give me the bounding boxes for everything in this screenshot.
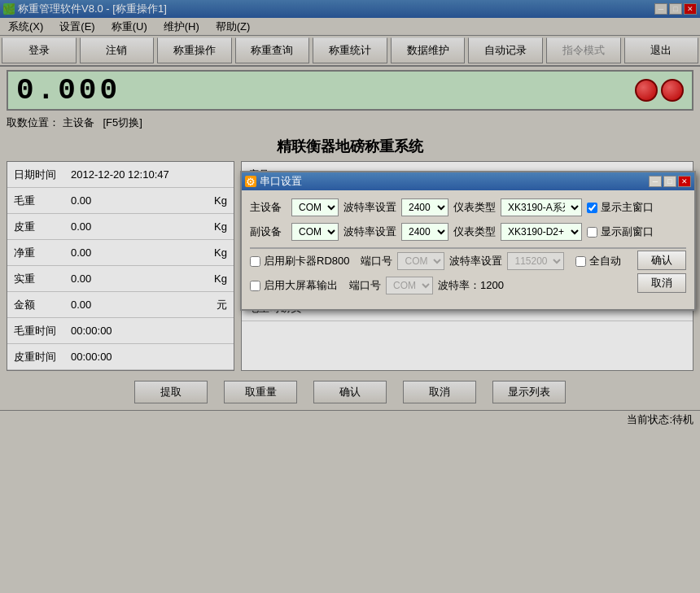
sub-device-row: 副设备 COM2COM1COM3COM4 波特率设置 2400120048009… (250, 223, 686, 241)
dialog-content: 主设备 COM1 COM2COM3COM4 波特率设置 240012004800… (242, 190, 694, 309)
sub-meter-select[interactable]: XK3190-D2+XK3190-A系列 (501, 223, 582, 241)
sub-meter-label: 仪表类型 (453, 225, 496, 239)
sub-com-select[interactable]: COM2COM1COM3COM4 (291, 223, 339, 241)
card-reader-baud-select[interactable]: 115200 (507, 252, 564, 270)
main-baud-label: 波特率设置 (343, 200, 396, 215)
big-screen-checkbox[interactable] (250, 281, 260, 291)
dialog-overlay: ⚙ 串口设置 ─ □ ✕ 主设备 COM1 COM2COM3COM4 波特率设置… (0, 0, 700, 593)
dialog-icon: ⚙ (245, 176, 256, 187)
auto-checkbox[interactable] (575, 256, 586, 267)
dialog-cancel-button[interactable]: 取消 (637, 273, 686, 293)
sub-baud-select[interactable]: 2400120048009600 (401, 223, 448, 241)
show-sub-window-label: 显示副窗口 (587, 225, 654, 239)
dialog-title-text: 串口设置 (260, 174, 302, 189)
big-screen-label: 启用大屏幕输出 (250, 278, 338, 293)
show-main-window-checkbox[interactable] (587, 203, 597, 213)
main-device-row: 主设备 COM1 COM2COM3COM4 波特率设置 240012004800… (250, 198, 686, 216)
dialog-minimize-button[interactable]: ─ (649, 176, 662, 187)
show-main-window-label: 显示主窗口 (587, 200, 654, 215)
card-reader-row: 启用刷卡器RD800 端口号 COM3 波特率设置 115200 全自动 确认 … (250, 252, 686, 270)
main-com-select[interactable]: COM1 COM2COM3COM4 (291, 198, 339, 216)
big-screen-port-label: 端口号 (349, 278, 381, 293)
auto-label: 全自动 (575, 254, 621, 268)
dialog-close-button[interactable]: ✕ (678, 176, 691, 187)
sub-dev-label: 副设备 (250, 225, 287, 239)
card-port-label: 端口号 (361, 254, 392, 268)
main-meter-select[interactable]: XK3190-A系列XK3190-D2+ (501, 198, 582, 216)
main-baud-select[interactable]: 2400120048009600 (401, 198, 448, 216)
sub-baud-label: 波特率设置 (343, 225, 396, 239)
big-screen-port-select[interactable]: COM4 (386, 277, 433, 294)
card-reader-label: 启用刷卡器RD800 (250, 254, 349, 268)
show-sub-window-checkbox[interactable] (587, 227, 597, 238)
card-reader-port-select[interactable]: COM3 (397, 252, 444, 270)
big-screen-baud-text: 波特率：1200 (438, 278, 504, 293)
card-reader-checkbox[interactable] (250, 256, 260, 267)
big-screen-row: 启用大屏幕输出 端口号 COM4 波特率：1200 (250, 277, 686, 294)
main-dev-label: 主设备 (250, 200, 287, 215)
dialog-title-controls: ─ □ ✕ (649, 176, 691, 187)
main-meter-label: 仪表类型 (453, 200, 496, 215)
serial-port-dialog: ⚙ 串口设置 ─ □ ✕ 主设备 COM1 COM2COM3COM4 波特率设置… (240, 171, 696, 311)
dialog-confirm-button[interactable]: 确认 (637, 251, 686, 270)
dialog-maximize-button[interactable]: □ (663, 176, 676, 187)
card-baud-label: 波特率设置 (449, 254, 502, 268)
dialog-title-bar: ⚙ 串口设置 ─ □ ✕ (242, 172, 694, 190)
